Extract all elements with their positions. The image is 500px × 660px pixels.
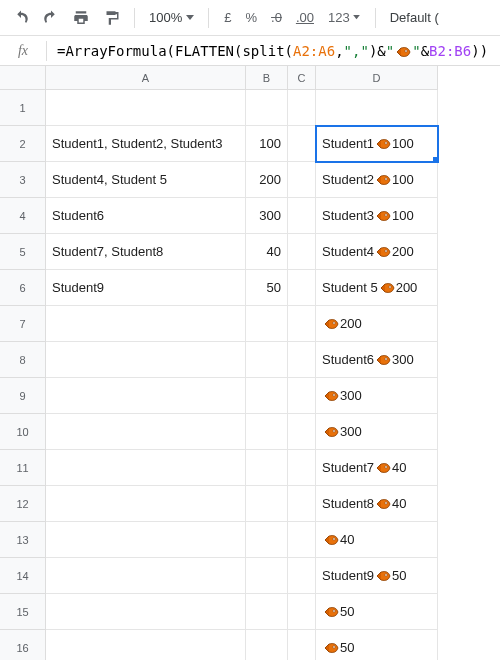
formula-bar[interactable]: =ArrayFormula(FLATTEN(split(A2:A6,",")&"…: [47, 43, 500, 59]
cell-B6[interactable]: 50: [246, 270, 288, 306]
row-header-16[interactable]: 16: [0, 630, 46, 660]
column-header-D[interactable]: D: [316, 66, 438, 90]
cell-A6[interactable]: Student9: [46, 270, 246, 306]
fx-icon[interactable]: fx: [0, 43, 46, 59]
cell-B14[interactable]: [246, 558, 288, 594]
cell-D8[interactable]: Student6300: [316, 342, 438, 378]
row-header-8[interactable]: 8: [0, 342, 46, 378]
cell-A4[interactable]: Student6: [46, 198, 246, 234]
row-header-10[interactable]: 10: [0, 414, 46, 450]
cell-B8[interactable]: [246, 342, 288, 378]
cell-C7[interactable]: [288, 306, 316, 342]
cell-B7[interactable]: [246, 306, 288, 342]
cell-A1[interactable]: [46, 90, 246, 126]
cell-A14[interactable]: [46, 558, 246, 594]
cell-C9[interactable]: [288, 378, 316, 414]
percent-button[interactable]: %: [240, 10, 262, 25]
cell-A11[interactable]: [46, 450, 246, 486]
row-header-9[interactable]: 9: [0, 378, 46, 414]
undo-icon[interactable]: [8, 5, 34, 31]
cell-A5[interactable]: Student7, Student8: [46, 234, 246, 270]
row-header-13[interactable]: 13: [0, 522, 46, 558]
cell-D13[interactable]: 40: [316, 522, 438, 558]
row-header-7[interactable]: 7: [0, 306, 46, 342]
cell-D2[interactable]: Student1100: [316, 126, 438, 162]
redo-icon[interactable]: [38, 5, 64, 31]
cell-C1[interactable]: [288, 90, 316, 126]
cell-B4[interactable]: 300: [246, 198, 288, 234]
cell-B12[interactable]: [246, 486, 288, 522]
row-header-15[interactable]: 15: [0, 594, 46, 630]
cell-C13[interactable]: [288, 522, 316, 558]
cell-D3[interactable]: Student2100: [316, 162, 438, 198]
row-header-5[interactable]: 5: [0, 234, 46, 270]
cell-A12[interactable]: [46, 486, 246, 522]
cell-D15[interactable]: 50: [316, 594, 438, 630]
select-all-corner[interactable]: [0, 66, 46, 90]
row-header-12[interactable]: 12: [0, 486, 46, 522]
row-header-14[interactable]: 14: [0, 558, 46, 594]
cell-A16[interactable]: [46, 630, 246, 660]
cell-D16[interactable]: 50: [316, 630, 438, 660]
cell-A8[interactable]: [46, 342, 246, 378]
cell-D4[interactable]: Student3100: [316, 198, 438, 234]
cell-B5[interactable]: 40: [246, 234, 288, 270]
cell-C14[interactable]: [288, 558, 316, 594]
row-header-1[interactable]: 1: [0, 90, 46, 126]
fish-icon: [375, 353, 391, 367]
cell-D10[interactable]: 300: [316, 414, 438, 450]
cell-C8[interactable]: [288, 342, 316, 378]
spreadsheet-grid[interactable]: ABCD12Student1, Student2, Student3100Stu…: [0, 66, 500, 660]
paint-format-icon[interactable]: [98, 5, 124, 31]
currency-button[interactable]: £: [219, 10, 236, 25]
cell-B16[interactable]: [246, 630, 288, 660]
row-header-11[interactable]: 11: [0, 450, 46, 486]
column-header-A[interactable]: A: [46, 66, 246, 90]
cell-D11[interactable]: Student740: [316, 450, 438, 486]
cell-C4[interactable]: [288, 198, 316, 234]
cell-C6[interactable]: [288, 270, 316, 306]
cell-C15[interactable]: [288, 594, 316, 630]
cell-D12[interactable]: Student840: [316, 486, 438, 522]
cell-B3[interactable]: 200: [246, 162, 288, 198]
zoom-select[interactable]: 100%: [145, 10, 198, 25]
cell-C12[interactable]: [288, 486, 316, 522]
cell-D14[interactable]: Student950: [316, 558, 438, 594]
cell-C10[interactable]: [288, 414, 316, 450]
cell-B1[interactable]: [246, 90, 288, 126]
cell-D7[interactable]: 200: [316, 306, 438, 342]
cell-A3[interactable]: Student4, Student 5: [46, 162, 246, 198]
more-formats-button[interactable]: 123: [323, 10, 365, 25]
cell-B11[interactable]: [246, 450, 288, 486]
cell-B15[interactable]: [246, 594, 288, 630]
cell-D9[interactable]: 300: [316, 378, 438, 414]
column-header-C[interactable]: C: [288, 66, 316, 90]
cell-D1[interactable]: [316, 90, 438, 126]
cell-B13[interactable]: [246, 522, 288, 558]
increase-decimal-button[interactable]: .00: [291, 10, 319, 25]
cell-A9[interactable]: [46, 378, 246, 414]
cell-C16[interactable]: [288, 630, 316, 660]
cell-C3[interactable]: [288, 162, 316, 198]
cell-A10[interactable]: [46, 414, 246, 450]
cell-B10[interactable]: [246, 414, 288, 450]
column-header-B[interactable]: B: [246, 66, 288, 90]
cell-A2[interactable]: Student1, Student2, Student3: [46, 126, 246, 162]
cell-D6[interactable]: Student 5200: [316, 270, 438, 306]
cell-A7[interactable]: [46, 306, 246, 342]
font-select[interactable]: Default (: [386, 10, 439, 25]
cell-A15[interactable]: [46, 594, 246, 630]
cell-B2[interactable]: 100: [246, 126, 288, 162]
cell-A13[interactable]: [46, 522, 246, 558]
cell-D5[interactable]: Student4200: [316, 234, 438, 270]
cell-C5[interactable]: [288, 234, 316, 270]
row-header-3[interactable]: 3: [0, 162, 46, 198]
cell-C11[interactable]: [288, 450, 316, 486]
cell-C2[interactable]: [288, 126, 316, 162]
row-header-4[interactable]: 4: [0, 198, 46, 234]
decrease-decimal-button[interactable]: .0: [266, 10, 287, 25]
row-header-2[interactable]: 2: [0, 126, 46, 162]
print-icon[interactable]: [68, 5, 94, 31]
row-header-6[interactable]: 6: [0, 270, 46, 306]
cell-B9[interactable]: [246, 378, 288, 414]
